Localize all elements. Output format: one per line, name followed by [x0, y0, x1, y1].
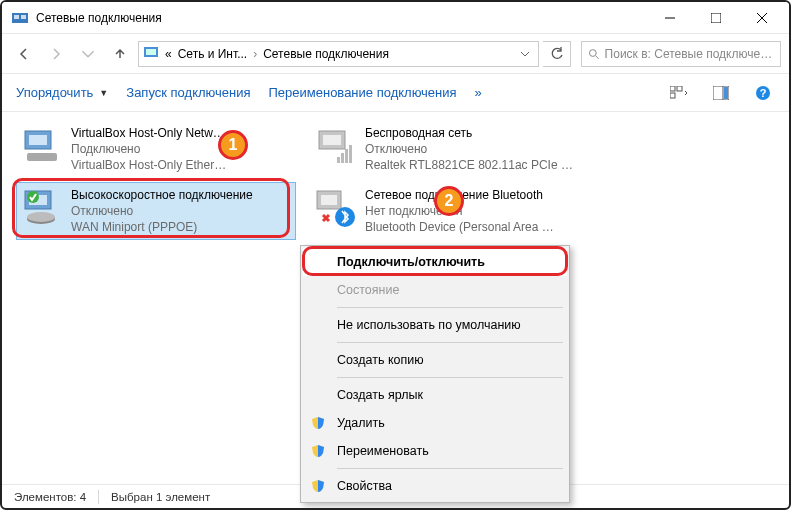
svg-rect-27: [349, 145, 352, 163]
status-selected: Выбран 1 элемент: [111, 491, 210, 503]
connection-name: Высокоскоростное подключение: [71, 187, 253, 203]
view-options-button[interactable]: [667, 81, 691, 105]
chevron-right-icon[interactable]: ›: [253, 47, 257, 61]
svg-line-10: [596, 55, 599, 58]
search-input[interactable]: Поиск в: Сетевые подключения: [581, 41, 781, 67]
start-connection-button[interactable]: Запуск подключения: [126, 85, 250, 100]
ctx-properties[interactable]: Свойства: [303, 472, 567, 500]
connection-name: Сетевое подключение Bluetooth: [365, 187, 554, 203]
svg-rect-12: [677, 86, 682, 91]
connection-device: WAN Miniport (PPPOE): [71, 219, 253, 235]
window-title: Сетевые подключения: [36, 11, 647, 25]
crumb-1[interactable]: Сеть и Инт...: [178, 47, 247, 61]
svg-text:?: ?: [760, 87, 767, 99]
svg-rect-4: [711, 13, 721, 23]
svg-rect-1: [14, 15, 19, 19]
ctx-delete[interactable]: Удалить: [303, 409, 567, 437]
back-button[interactable]: [10, 40, 38, 68]
ctx-separator: [337, 307, 563, 308]
bluetooth-icon: [315, 187, 357, 229]
ctx-separator: [337, 377, 563, 378]
connection-item[interactable]: Беспроводная сеть Отключено Realtek RTL8…: [310, 120, 590, 178]
svg-rect-21: [27, 153, 57, 161]
ctx-no-default[interactable]: Не использовать по умолчанию: [303, 311, 567, 339]
command-bar: Упорядочить▼ Запуск подключения Переимен…: [2, 74, 789, 112]
shield-icon: [311, 416, 325, 430]
more-commands-button[interactable]: »: [475, 85, 482, 100]
minimize-button[interactable]: [647, 2, 693, 33]
ctx-separator: [337, 468, 563, 469]
navbar: « Сеть и Инт... › Сетевые подключения По…: [2, 34, 789, 74]
forward-button[interactable]: [42, 40, 70, 68]
connection-status: Отключено: [365, 141, 573, 157]
connection-item-selected[interactable]: Высокоскоростное подключение Отключено W…: [16, 182, 296, 240]
control-panel-icon: [143, 44, 159, 63]
svg-rect-23: [323, 135, 341, 145]
connection-status: Отключено: [71, 203, 253, 219]
network-folder-icon: [12, 10, 28, 26]
ctx-connect-disconnect[interactable]: Подключить/отключить: [303, 248, 567, 276]
svg-rect-11: [670, 86, 675, 91]
connection-status: Подключено: [71, 141, 226, 157]
svg-rect-26: [345, 149, 348, 163]
connection-device: Bluetooth Device (Personal Area …: [365, 219, 554, 235]
shield-icon: [311, 444, 325, 458]
svg-rect-24: [337, 157, 340, 163]
connection-name: Беспроводная сеть: [365, 125, 573, 141]
connection-device: VirtualBox Host-Only Ether…: [71, 157, 226, 173]
titlebar: Сетевые подключения: [2, 2, 789, 34]
ctx-status: Состояние: [303, 276, 567, 304]
ctx-rename[interactable]: Переименовать: [303, 437, 567, 465]
history-dropdown[interactable]: [74, 40, 102, 68]
maximize-button[interactable]: [693, 2, 739, 33]
help-button[interactable]: ?: [751, 81, 775, 105]
connection-item[interactable]: VirtualBox Host-Only Netw… Подключено Vi…: [16, 120, 296, 178]
svg-point-32: [27, 212, 55, 222]
address-bar[interactable]: « Сеть и Инт... › Сетевые подключения: [138, 41, 539, 67]
svg-rect-34: [321, 195, 337, 205]
preview-pane-button[interactable]: [709, 81, 733, 105]
up-button[interactable]: [106, 40, 134, 68]
status-item-count: Элементов: 4: [14, 491, 86, 503]
svg-rect-2: [21, 15, 26, 19]
ctx-create-copy[interactable]: Создать копию: [303, 346, 567, 374]
broadband-icon: [21, 187, 63, 229]
svg-rect-25: [341, 153, 344, 163]
crumb-2[interactable]: Сетевые подключения: [263, 47, 389, 61]
rename-connection-button[interactable]: Переименование подключения: [269, 85, 457, 100]
svg-rect-13: [670, 93, 675, 98]
network-adapter-icon: [21, 125, 63, 167]
search-placeholder: Поиск в: Сетевые подключения: [605, 47, 774, 61]
chevron-down-icon: ▼: [99, 88, 108, 98]
connection-name: VirtualBox Host-Only Netw…: [71, 125, 226, 141]
context-menu: Подключить/отключить Состояние Не исполь…: [300, 245, 570, 503]
crumb-prefix: «: [165, 47, 172, 61]
svg-rect-20: [29, 135, 47, 145]
connection-item[interactable]: Сетевое подключение Bluetooth Нет подклю…: [310, 182, 590, 240]
svg-rect-16: [724, 87, 728, 99]
ctx-separator: [337, 342, 563, 343]
ctx-create-shortcut[interactable]: Создать ярлык: [303, 381, 567, 409]
close-button[interactable]: [739, 2, 785, 33]
svg-rect-8: [146, 49, 156, 55]
connection-status: Нет подключения: [365, 203, 554, 219]
connection-device: Realtek RTL8821CE 802.11ac PCIe …: [365, 157, 573, 173]
wifi-icon: [315, 125, 357, 167]
refresh-button[interactable]: [543, 41, 571, 67]
svg-point-9: [589, 49, 596, 56]
organize-button[interactable]: Упорядочить▼: [16, 85, 108, 100]
shield-icon: [311, 479, 325, 493]
address-dropdown[interactable]: [516, 49, 534, 59]
